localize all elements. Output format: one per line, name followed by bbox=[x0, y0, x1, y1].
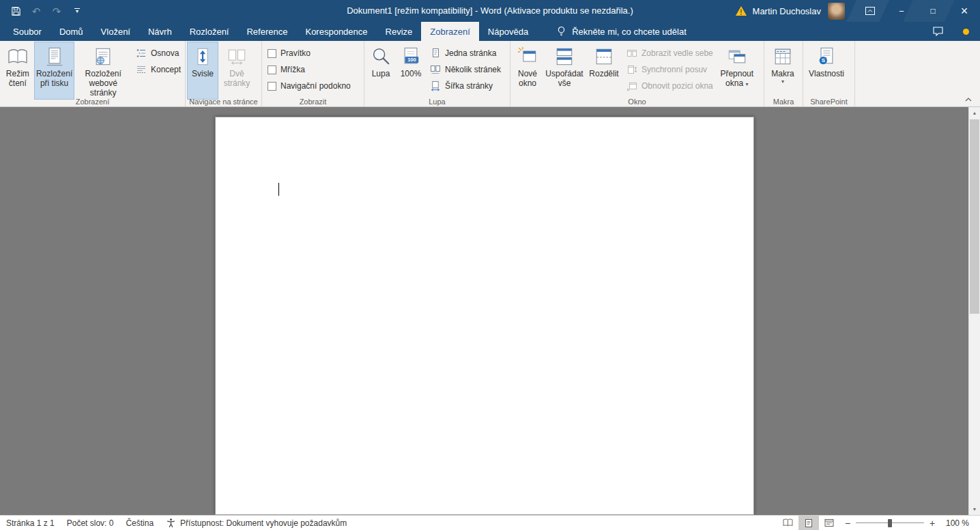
multiple-pages-button[interactable]: Několik stránek bbox=[430, 63, 501, 76]
tab-soubor[interactable]: Soubor bbox=[4, 22, 51, 41]
navigation-pane-checkbox[interactable]: Navigační podokno bbox=[268, 79, 351, 93]
scrollbar-thumb[interactable] bbox=[970, 119, 979, 314]
group-label-window: Okno bbox=[510, 98, 764, 106]
print-layout-view-icon bbox=[805, 518, 813, 528]
maximize-button[interactable]: □ bbox=[917, 0, 949, 22]
zoom-button[interactable]: Lupa bbox=[366, 42, 396, 100]
save-icon bbox=[11, 6, 21, 16]
activation-warning-icon[interactable] bbox=[735, 5, 747, 16]
magnifier-icon bbox=[371, 44, 391, 69]
account-user-name[interactable]: Martin Duchoslav bbox=[753, 6, 821, 16]
vertical-scrollbar[interactable]: ▲ ▼ bbox=[968, 107, 980, 515]
tab-vlozeni[interactable]: Vložení bbox=[92, 22, 139, 41]
zoom-small-buttons: Jedna stránka Několik stránek bbox=[430, 46, 501, 93]
group-label-sharepoint: SharePoint bbox=[803, 98, 854, 106]
view-side-by-side-button: Zobrazit vedle sebe bbox=[626, 46, 713, 60]
vertical-button[interactable]: Svisle bbox=[187, 42, 218, 100]
tab-navrh[interactable]: Návrh bbox=[139, 22, 181, 41]
customize-toolbar-icon: ▾ bbox=[74, 8, 80, 14]
zoom-slider[interactable] bbox=[856, 516, 924, 530]
synchronous-scrolling-icon bbox=[626, 64, 637, 75]
customize-quick-access-toolbar-button[interactable]: ▾ bbox=[67, 0, 87, 22]
zoom-slider-thumb[interactable] bbox=[888, 519, 892, 527]
scroll-down-button[interactable]: ▼ bbox=[969, 503, 980, 515]
group-label-page-movement: Navigace na stránce bbox=[186, 98, 261, 106]
word-count-indicator[interactable]: Počet slov: 0 bbox=[61, 516, 120, 530]
properties-button[interactable]: S Vlastnosti bbox=[805, 42, 848, 100]
arrange-all-button[interactable]: Uspořádat vše bbox=[543, 42, 586, 100]
split-button[interactable]: Rozdělit bbox=[586, 42, 622, 100]
zoom-out-button[interactable]: − bbox=[839, 516, 856, 530]
feedback-icon[interactable] bbox=[932, 26, 944, 37]
undo-button[interactable]: ↶ bbox=[26, 0, 46, 22]
word-application-window: ↶ ↷ ▾ Dokument1 [režim kompatibility] - … bbox=[0, 0, 980, 530]
title-bar: ↶ ↷ ▾ Dokument1 [režim kompatibility] - … bbox=[0, 0, 980, 22]
macros-button[interactable]: Makra ▾ bbox=[766, 42, 800, 100]
text-cursor bbox=[278, 183, 279, 196]
one-page-icon bbox=[430, 48, 441, 59]
show-checkboxes: Pravítko Mřížka Navigační podokno bbox=[268, 46, 351, 93]
tab-domu[interactable]: Domů bbox=[51, 22, 92, 41]
chevron-down-icon: ▾ bbox=[781, 78, 784, 85]
scroll-up-button[interactable]: ▲ bbox=[969, 107, 980, 119]
sharepoint-properties-icon: S bbox=[816, 44, 837, 69]
navigation-pane-checkbox-box bbox=[268, 82, 276, 91]
accessibility-icon bbox=[166, 518, 176, 528]
ribbon-display-options-button[interactable] bbox=[854, 0, 886, 22]
one-page-button[interactable]: Jedna stránka bbox=[430, 46, 501, 60]
draft-button[interactable]: Koncept bbox=[136, 63, 181, 76]
outline-icon bbox=[136, 48, 147, 59]
zoom-level-indicator[interactable]: 100 % bbox=[940, 518, 980, 528]
document-canvas: ▲ ▼ bbox=[0, 107, 980, 515]
new-window-icon bbox=[517, 44, 538, 69]
tab-napoveda[interactable]: Nápověda bbox=[479, 22, 537, 41]
ribbon-group-zoom: Lupa 100 100% bbox=[364, 41, 510, 106]
outline-button[interactable]: Osnova bbox=[136, 46, 181, 60]
tab-zobrazeni[interactable]: Zobrazení bbox=[421, 22, 479, 41]
multiple-pages-icon bbox=[430, 64, 441, 75]
save-button[interactable] bbox=[5, 0, 26, 22]
zoom-100-icon: 100 bbox=[401, 44, 421, 69]
read-mode-button[interactable]: Režim čtení bbox=[1, 42, 34, 100]
ribbon-group-page-movement: Svisle Dvě stránky Navigace na stránce bbox=[186, 41, 262, 106]
language-indicator[interactable]: Čeština bbox=[119, 516, 160, 530]
zoom-in-button[interactable]: + bbox=[924, 516, 940, 530]
ribbon-display-options-icon bbox=[865, 5, 876, 16]
read-mode-icon bbox=[7, 44, 29, 69]
redo-button[interactable]: ↷ bbox=[46, 0, 67, 22]
close-button[interactable]: × bbox=[949, 0, 980, 22]
status-bar-right: − + 100 % bbox=[778, 516, 980, 530]
reset-window-position-button: Obnovit pozici okna bbox=[626, 79, 713, 93]
lightbulb-icon bbox=[556, 26, 566, 37]
ribbon: Režim čtení Rozložení při tisku bbox=[0, 41, 980, 107]
user-avatar[interactable] bbox=[828, 3, 845, 20]
ruler-checkbox[interactable]: Pravítko bbox=[268, 46, 351, 60]
gridlines-checkbox[interactable]: Mřížka bbox=[268, 63, 351, 76]
quick-access-toolbar: ↶ ↷ ▾ bbox=[0, 0, 87, 22]
new-window-button[interactable]: Nové okno bbox=[512, 42, 543, 100]
print-layout-button[interactable]: Rozložení při tisku bbox=[34, 42, 75, 100]
accessibility-indicator[interactable]: Přístupnost: Dokument vyhovuje požadavků… bbox=[160, 516, 353, 530]
svg-text:S: S bbox=[822, 57, 825, 63]
ribbon-group-sharepoint: S Vlastnosti SharePoint bbox=[803, 41, 855, 106]
ribbon-group-window: Nové okno Uspořádat vše bbox=[510, 41, 764, 106]
page-number-indicator[interactable]: Stránka 1 z 1 bbox=[0, 516, 61, 530]
print-layout-view-button[interactable] bbox=[798, 516, 819, 530]
web-layout-view-button[interactable] bbox=[819, 516, 839, 530]
collapse-ribbon-button[interactable] bbox=[962, 95, 975, 104]
draft-icon bbox=[136, 64, 147, 75]
web-layout-view-icon bbox=[824, 518, 834, 527]
read-mode-view-button[interactable] bbox=[778, 516, 798, 530]
tab-rozlozeni[interactable]: Rozložení bbox=[181, 22, 238, 41]
document-page[interactable] bbox=[215, 117, 754, 515]
zoom-100-button[interactable]: 100 100% bbox=[396, 42, 426, 100]
tab-reference[interactable]: Reference bbox=[237, 22, 296, 41]
web-layout-button[interactable]: Rozložení webové stránky bbox=[74, 42, 132, 100]
minimize-button[interactable]: − bbox=[886, 0, 917, 22]
tab-revize[interactable]: Revize bbox=[377, 22, 422, 41]
tab-korespondence[interactable]: Korespondence bbox=[296, 22, 376, 41]
switch-windows-button[interactable]: Přepnout okna ▾ bbox=[716, 42, 758, 100]
switch-windows-label: Přepnout okna ▾ bbox=[717, 69, 757, 88]
page-width-button[interactable]: Šířka stránky bbox=[430, 79, 501, 93]
tell-me-search[interactable]: Řekněte mi, co chcete udělat bbox=[556, 22, 687, 41]
